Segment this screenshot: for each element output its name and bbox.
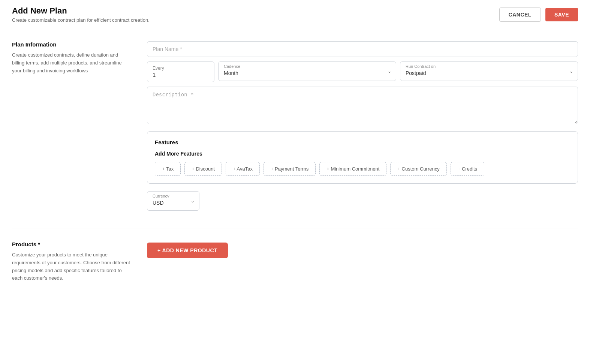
currency-wrapper: Currency USD EUR GBP CAD ⌄: [147, 191, 199, 211]
cadence-row: Every 1 Cadence Month Day Week Year: [147, 61, 578, 82]
feature-avatax-button[interactable]: + AvaTax: [226, 162, 260, 176]
page-header: Add New Plan Create customizable contrac…: [0, 0, 590, 29]
cadence-select-wrapper: Cadence Month Day Week Year ⌄: [218, 61, 396, 81]
plan-info-desc: Create customized contracts, define dura…: [12, 51, 132, 75]
features-grid: + Tax + Discount + AvaTax + Payment Term…: [155, 162, 570, 176]
currency-label: Currency: [153, 194, 169, 198]
plan-info-title: Plan Information: [12, 41, 132, 48]
every-field: Every 1: [147, 61, 214, 82]
feature-tax-button[interactable]: + Tax: [155, 162, 181, 176]
main-content: Plan Information Create customized contr…: [0, 29, 590, 294]
feature-minimum-commitment-button[interactable]: + Minimum Commitment: [319, 162, 386, 176]
run-contract-select-wrapper: Run Contract on Postpaid Prepaid ⌄: [400, 61, 578, 81]
currency-select-wrapper: Currency USD EUR GBP CAD ⌄: [147, 191, 199, 211]
feature-discount-button[interactable]: + Discount: [184, 162, 222, 176]
cadence-label: Cadence: [224, 64, 240, 69]
save-button[interactable]: SAVE: [545, 8, 578, 21]
products-desc: Customize your products to meet the uniq…: [12, 251, 132, 282]
plan-information-section: Plan Information Create customized contr…: [12, 41, 578, 211]
cadence-field: Cadence Month Day Week Year ⌄: [218, 61, 396, 82]
header-left: Add New Plan Create customizable contrac…: [12, 6, 150, 23]
description-textarea[interactable]: [147, 87, 578, 124]
cancel-button[interactable]: CANCEL: [499, 7, 541, 22]
add-new-product-button[interactable]: + ADD NEW PRODUCT: [147, 243, 228, 258]
plan-info-description: Plan Information Create customized contr…: [12, 41, 132, 211]
features-title: Features: [155, 139, 570, 145]
features-box: Features Add More Features + Tax + Disco…: [147, 131, 578, 184]
add-features-title: Add More Features: [155, 151, 570, 157]
currency-section: Currency USD EUR GBP CAD ⌄: [147, 191, 578, 211]
every-label: Every: [153, 66, 209, 71]
feature-payment-terms-button[interactable]: + Payment Terms: [264, 162, 316, 176]
products-section: Products * Customize your products to me…: [12, 241, 578, 282]
header-actions: CANCEL SAVE: [499, 7, 578, 22]
products-title: Products *: [12, 241, 132, 247]
feature-custom-currency-button[interactable]: + Custom Currency: [390, 162, 446, 176]
page-title: Add New Plan: [12, 6, 150, 16]
products-form: + ADD NEW PRODUCT: [147, 241, 228, 282]
plan-info-form: Every 1 Cadence Month Day Week Year: [147, 41, 578, 211]
run-contract-field: Run Contract on Postpaid Prepaid ⌄: [400, 61, 578, 82]
every-input[interactable]: 1: [153, 72, 209, 78]
section-divider: [12, 229, 578, 229]
products-description: Products * Customize your products to me…: [12, 241, 132, 282]
plan-name-input[interactable]: [147, 41, 578, 57]
cadence-select[interactable]: Month Day Week Year: [219, 62, 396, 81]
feature-credits-button[interactable]: + Credits: [451, 162, 484, 176]
page-subtitle: Create customizable contract plan for ef…: [12, 17, 150, 23]
run-contract-label: Run Contract on: [406, 64, 436, 69]
